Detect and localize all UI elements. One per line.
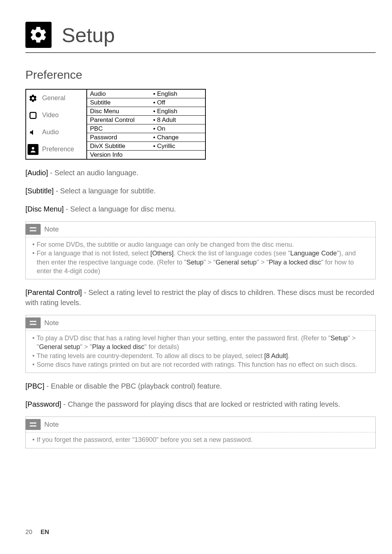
option-row[interactable]: Password• Change: [87, 133, 205, 142]
option-row[interactable]: DivX Subtitle• Cyrillic: [87, 142, 205, 151]
note-item: To play a DVD disc that has a rating lev…: [32, 334, 370, 352]
option-row[interactable]: PBC• On: [87, 124, 205, 133]
option-row[interactable]: Audio• English: [87, 90, 205, 98]
square-icon: [28, 110, 38, 121]
note-icon: [25, 224, 41, 235]
desc-pbc: [PBC] - Enable or disable the PBC (playb…: [25, 381, 376, 391]
tab-label: General: [42, 94, 65, 102]
note-header: Note: [26, 417, 375, 432]
note-box: Note To play a DVD disc that has a ratin…: [25, 315, 376, 373]
option-label: Version Info: [87, 151, 151, 159]
page-title: Setup: [62, 23, 115, 47]
tab-preference[interactable]: Preference: [26, 141, 86, 158]
tab-video[interactable]: Video: [26, 107, 86, 124]
option-label: Audio: [87, 90, 151, 98]
desc-audio: [Audio] - Select an audio language.: [25, 168, 376, 178]
tab-label: Preference: [42, 145, 74, 153]
page-header: Setup: [25, 22, 376, 48]
tab-label: Video: [42, 111, 59, 119]
option-row[interactable]: Parental Control• 8 Adult: [87, 116, 205, 124]
note-icon: [25, 419, 41, 430]
gear-icon: [25, 22, 52, 48]
desc-password: [Password] - Change the password for pla…: [25, 399, 376, 409]
divider: [25, 52, 376, 53]
page-footer: 20 EN: [25, 529, 49, 536]
note-label: Note: [44, 225, 59, 233]
option-value: [151, 151, 153, 159]
page-lang: EN: [41, 529, 49, 535]
note-box: Note For some DVDs, the subtitle or audi…: [25, 221, 376, 279]
note-body: For some DVDs, the subtitle or audio lan…: [26, 237, 375, 279]
desc-subtitle: [Subtitle] - Select a language for subti…: [25, 186, 376, 196]
note-header: Note: [26, 315, 375, 331]
option-label: Disc Menu: [87, 107, 151, 115]
note-item: If you forget the password, enter "13690…: [32, 435, 370, 444]
option-row[interactable]: Subtitle• Off: [87, 98, 205, 107]
note-box: Note If you forget the password, enter "…: [25, 416, 376, 448]
user-icon: [28, 144, 38, 155]
note-label: Note: [44, 420, 59, 428]
settings-menu: General Video Audio Preference Audio• En…: [25, 89, 206, 160]
note-item: Some discs have ratings printed on but a…: [32, 360, 370, 369]
option-label: Subtitle: [87, 98, 151, 107]
svg-rect-0: [30, 112, 36, 118]
option-value: • Change: [151, 133, 179, 141]
option-value: • English: [151, 90, 177, 98]
option-row[interactable]: Version Info: [87, 151, 205, 159]
note-label: Note: [44, 319, 59, 327]
note-item: For a language that is not listed, selec…: [32, 249, 370, 275]
option-label: DivX Subtitle: [87, 142, 151, 150]
option-label: Parental Control: [87, 116, 151, 124]
option-value: • Off: [151, 98, 165, 107]
note-item: The rating levels are country-dependent.…: [32, 352, 370, 360]
section-title: Preference: [25, 68, 376, 82]
option-value: • Cyrillic: [151, 142, 175, 150]
option-row[interactable]: Disc Menu• English: [87, 107, 205, 116]
option-value: • On: [151, 124, 165, 133]
desc-parental: [Parental Control] - Select a rating lev…: [25, 287, 376, 308]
tab-general[interactable]: General: [26, 90, 86, 107]
menu-tabs: General Video Audio Preference: [26, 90, 87, 159]
note-item: For some DVDs, the subtitle or audio lan…: [32, 240, 370, 249]
option-value: • 8 Adult: [151, 116, 176, 124]
option-label: PBC: [87, 124, 151, 133]
tab-label: Audio: [42, 128, 59, 136]
menu-options: Audio• English Subtitle• Off Disc Menu• …: [87, 90, 205, 159]
gear-icon: [28, 93, 38, 104]
page-number: 20: [25, 529, 32, 535]
tab-audio[interactable]: Audio: [26, 124, 86, 141]
note-header: Note: [26, 222, 375, 237]
svg-point-1: [32, 147, 34, 149]
option-label: Password: [87, 133, 151, 141]
option-value: • English: [151, 107, 177, 115]
desc-discmenu: [Disc Menu] - Select a language for disc…: [25, 204, 376, 214]
note-body: To play a DVD disc that has a rating lev…: [26, 331, 375, 373]
note-icon: [25, 317, 41, 328]
speaker-icon: [28, 127, 38, 138]
note-body: If you forget the password, enter "13690…: [26, 432, 375, 448]
